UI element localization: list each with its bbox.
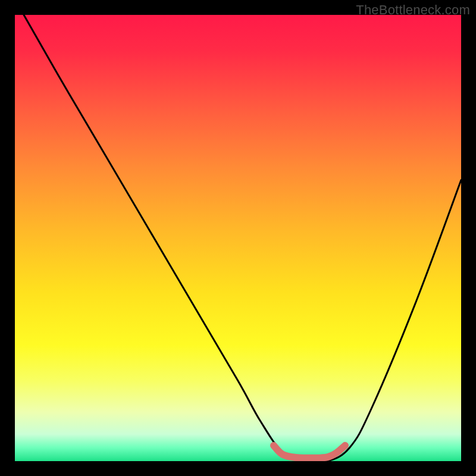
curve-layer	[15, 15, 461, 461]
chart-frame: TheBottleneck.com	[0, 0, 476, 476]
bottleneck-curve	[24, 15, 461, 461]
watermark-text: TheBottleneck.com	[356, 2, 470, 18]
plot-area	[15, 15, 461, 461]
optimal-band	[274, 446, 345, 458]
